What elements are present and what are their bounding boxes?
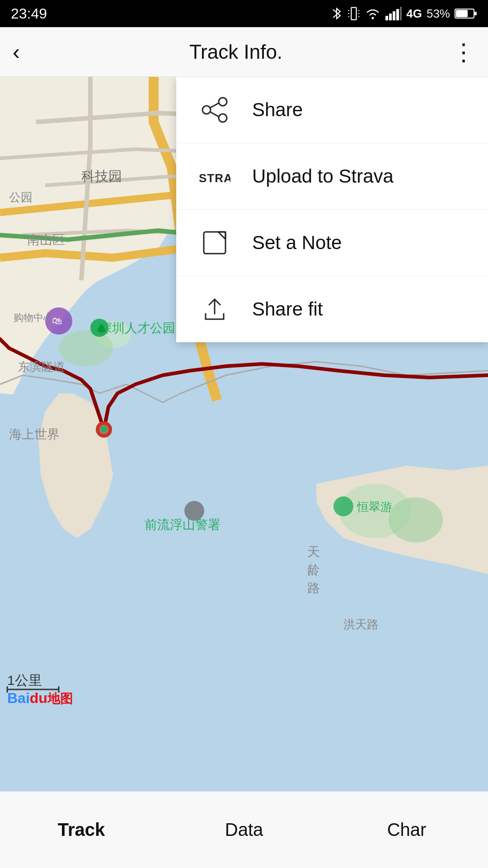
svg-text:购物中心: 购物中心 — [14, 312, 53, 323]
vibrate-icon — [347, 5, 360, 22]
svg-rect-9 — [389, 14, 392, 20]
svg-rect-11 — [396, 9, 399, 20]
battery-icon — [455, 8, 477, 19]
svg-text:STRAVA: STRAVA — [199, 171, 230, 185]
share-icon — [199, 94, 230, 126]
svg-point-37 — [333, 496, 353, 516]
nav-item-char[interactable]: Char — [325, 792, 488, 868]
svg-point-25 — [100, 426, 108, 433]
menu-item-share-fit[interactable]: Share fit — [176, 276, 488, 342]
network-type: 4G — [406, 7, 422, 21]
baidu-text: Bai — [7, 690, 30, 706]
svg-rect-15 — [474, 12, 477, 15]
status-time: 23:49 — [11, 5, 47, 22]
svg-rect-14 — [456, 10, 468, 17]
menu-item-strava[interactable]: STRAVA Upload to Strava — [176, 143, 488, 210]
svg-text:前流浮山警署: 前流浮山警署 — [145, 518, 221, 532]
baidu-logo: Baidu地图 — [7, 690, 73, 708]
share-label: Share — [252, 99, 303, 121]
svg-text:🛍: 🛍 — [52, 315, 62, 326]
note-icon — [199, 227, 230, 259]
svg-text:科技园: 科技园 — [81, 169, 122, 184]
svg-text:龄: 龄 — [307, 563, 320, 577]
svg-text:洪天路: 洪天路 — [343, 618, 379, 631]
svg-point-50 — [202, 106, 211, 114]
upload-icon — [199, 293, 230, 325]
svg-text:路: 路 — [307, 581, 320, 595]
svg-point-51 — [219, 114, 227, 122]
battery-percent: 53% — [427, 7, 450, 21]
signal-icon — [385, 7, 402, 20]
share-fit-label: Share fit — [252, 298, 323, 320]
svg-point-22 — [389, 497, 443, 542]
svg-text:公园: 公园 — [9, 190, 33, 204]
wifi-icon — [365, 7, 381, 20]
svg-line-53 — [211, 112, 219, 117]
bottom-nav: Track Data Char — [0, 791, 488, 868]
menu-item-share[interactable]: Share — [176, 77, 488, 143]
page-title: Track Info. — [189, 41, 282, 63]
svg-rect-10 — [393, 11, 395, 20]
status-bar: 23:49 4G — [0, 0, 488, 27]
svg-line-56 — [218, 232, 225, 239]
nav-item-track[interactable]: Track — [0, 792, 163, 868]
baidu-map-text: 地图 — [47, 692, 73, 706]
strava-icon: STRAVA — [199, 160, 230, 192]
svg-text:天: 天 — [307, 545, 320, 559]
svg-text:1公里: 1公里 — [7, 673, 42, 688]
track-label: Track — [58, 820, 105, 840]
svg-point-49 — [219, 98, 227, 106]
svg-point-20 — [59, 330, 113, 366]
svg-text:恒翠游: 恒翠游 — [357, 500, 392, 514]
note-label: Set a Note — [252, 232, 342, 254]
svg-line-52 — [211, 103, 219, 108]
strava-label: Upload to Strava — [252, 165, 394, 187]
nav-item-data[interactable]: Data — [163, 792, 325, 868]
svg-text:东滨隧道: 东滨隧道 — [18, 360, 65, 373]
status-icons: 4G 53% — [330, 5, 477, 22]
menu-item-note[interactable]: Set a Note — [176, 210, 488, 276]
map-area: 科技园 公园 南山区 深圳人才公园 东滨隧道 🛍 购物中心 海上世界 前流浮山警… — [0, 77, 488, 791]
svg-text:海上世界: 海上世界 — [9, 427, 60, 441]
back-button[interactable]: ‹ — [13, 39, 20, 64]
svg-point-7 — [372, 17, 374, 19]
more-options-button[interactable]: ⋮ — [452, 40, 475, 64]
baidu-du-text: du — [30, 690, 47, 706]
bluetooth-icon — [330, 5, 343, 22]
app-bar: ‹ Track Info. ⋮ — [0, 27, 488, 77]
svg-rect-8 — [385, 16, 388, 20]
char-label: Char — [387, 820, 427, 840]
svg-rect-0 — [352, 8, 357, 20]
dropdown-menu: Share STRAVA Upload to Strava Set a Note — [176, 77, 488, 342]
svg-text:🌲: 🌲 — [96, 323, 107, 334]
svg-rect-12 — [400, 7, 402, 20]
svg-text:南山区: 南山区 — [27, 233, 65, 247]
svg-text:深圳人才公园: 深圳人才公园 — [99, 321, 175, 335]
data-label: Data — [225, 820, 263, 840]
